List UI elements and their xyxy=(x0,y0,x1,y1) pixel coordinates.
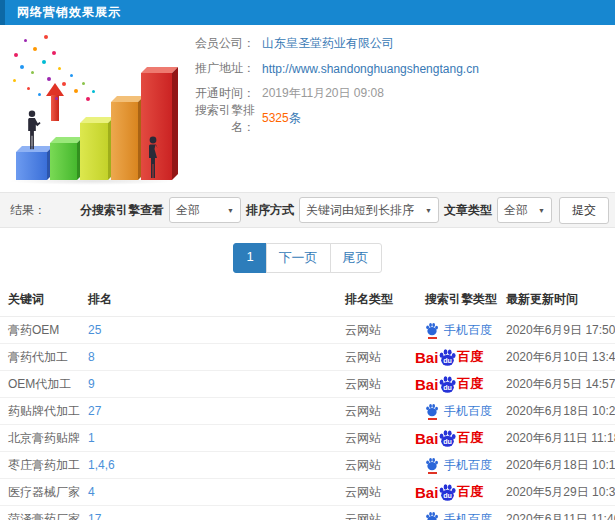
rank-cell: 9 xyxy=(80,371,337,398)
growth-chart-illustration xyxy=(0,27,185,185)
rank-type-cell: 云网站 xyxy=(337,317,417,344)
page-current[interactable]: 1 xyxy=(233,243,266,273)
title-bar: 网络营销效果展示 xyxy=(0,0,615,25)
rank-type-cell: 云网站 xyxy=(337,479,417,506)
confetti-dot xyxy=(38,93,41,96)
baidu-paw-icon xyxy=(425,457,439,471)
baidu-logo-text: Bai xyxy=(415,349,438,366)
confetti-dot xyxy=(24,39,27,42)
mobile-baidu-logo: 手机百度 xyxy=(425,322,492,339)
baidu-paw-icon xyxy=(425,403,439,417)
keyword-cell: 药贴牌代加工 xyxy=(0,398,80,425)
rank-link[interactable]: 17 xyxy=(88,512,101,520)
rank-cell: 1 xyxy=(80,425,337,452)
page-last-button[interactable]: 尾页 xyxy=(330,243,382,273)
table-row: 医疗器械厂家4云网站 Bai du 百度 2020年5月29日 10:32 xyxy=(0,479,615,506)
rank-cell: 4 xyxy=(80,479,337,506)
rank-type-cell: 云网站 xyxy=(337,371,417,398)
mobile-baidu-logo: 手机百度 xyxy=(425,403,492,420)
keyword-cell: 北京膏药贴牌 xyxy=(0,425,80,452)
svg-text:du: du xyxy=(444,356,453,364)
baidu-logo-text: Bai xyxy=(415,430,438,447)
rank-link[interactable]: 1,4,6 xyxy=(88,458,115,472)
keyword-cell: 膏药OEM xyxy=(0,317,80,344)
rank-type-cell: 云网站 xyxy=(337,452,417,479)
promo-url-link[interactable]: http://www.shandonghuangshengtang.cn xyxy=(262,62,479,76)
mobile-baidu-label: 手机百度 xyxy=(444,322,492,339)
baidu-underline xyxy=(428,418,437,420)
confetti-dot xyxy=(55,97,58,100)
businessman-right-icon xyxy=(142,136,164,180)
table-row: 药贴牌代加工27云网站 手机百度 2020年6月18日 10:25 xyxy=(0,398,615,425)
engine-filter-label: 分搜索引擎查看 xyxy=(80,202,164,219)
rank-link[interactable]: 8 xyxy=(88,350,95,364)
baidu-pc-logo: Bai du 百度 xyxy=(415,375,483,394)
chart-bar-green xyxy=(50,143,77,180)
businessman-left-icon xyxy=(21,110,43,152)
title-bar-accent xyxy=(0,0,5,25)
company-link[interactable]: 山东皇圣堂药业有限公司 xyxy=(262,35,394,52)
confetti-dot xyxy=(47,77,51,81)
updated-cell: 2020年6月18日 10:19 xyxy=(498,452,615,479)
rank-link[interactable]: 1 xyxy=(88,431,95,445)
baidu-paw-icon xyxy=(425,511,439,520)
table-row: 枣庄膏药加工1,4,6云网站 手机百度 2020年6月18日 10:19 xyxy=(0,452,615,479)
rank-link[interactable]: 27 xyxy=(88,404,101,418)
rank-link[interactable]: 9 xyxy=(88,377,95,391)
mobile-baidu-label: 手机百度 xyxy=(444,511,492,520)
confetti-dot xyxy=(27,87,30,90)
rank-count-unit[interactable]: 条 xyxy=(289,111,301,125)
baidu-paw-icon xyxy=(425,322,439,336)
rank-type-cell: 云网站 xyxy=(337,398,417,425)
rank-cell: 8 xyxy=(80,344,337,371)
rank-link[interactable]: 4 xyxy=(88,485,95,499)
svg-text:du: du xyxy=(444,437,453,445)
submit-button[interactable]: 提交 xyxy=(559,197,609,224)
chevron-down-icon: ▼ xyxy=(425,207,432,214)
baidu-logo-hanzi: 百度 xyxy=(457,483,483,501)
info-row-url: 推广地址： http://www.shandonghuangshengtang.… xyxy=(183,56,615,81)
rank-type-cell: 云网站 xyxy=(337,425,417,452)
sort-select[interactable]: 关键词由短到长排序 ▼ xyxy=(299,197,439,223)
rank-type-cell: 云网站 xyxy=(337,506,417,520)
baidu-logo-text: Bai xyxy=(415,484,438,501)
confetti-dot xyxy=(82,82,85,85)
col-rank-type: 排名类型 xyxy=(337,283,417,317)
pagination: 1 下一页 尾页 xyxy=(0,243,615,273)
table-row: 北京膏药贴牌1云网站 Bai du 百度 2020年6月11日 11:18 xyxy=(0,425,615,452)
chevron-down-icon: ▼ xyxy=(538,207,545,214)
keyword-cell: OEM代加工 xyxy=(0,371,80,398)
rank-count-value: 5325条 xyxy=(262,110,301,127)
confetti-dot xyxy=(13,79,16,82)
col-updated: 最新更新时间 xyxy=(498,283,615,317)
article-type-select[interactable]: 全部 ▼ xyxy=(497,197,552,223)
keyword-cell: 医疗器械厂家 xyxy=(0,479,80,506)
updated-cell: 2020年5月29日 10:32 xyxy=(498,479,615,506)
rank-link[interactable]: 25 xyxy=(88,323,101,337)
rank-type-cell: 云网站 xyxy=(337,344,417,371)
engine-select[interactable]: 全部 ▼ xyxy=(169,197,241,223)
engine-cell: Bai du 百度 xyxy=(417,371,498,398)
col-keyword: 关键词 xyxy=(0,283,80,317)
baidu-pc-logo: Bai du 百度 xyxy=(415,483,483,502)
updated-cell: 2020年6月10日 13:40 xyxy=(498,344,615,371)
table-row: 膏药OEM25云网站 手机百度 2020年6月9日 17:50 xyxy=(0,317,615,344)
baidu-underline xyxy=(428,337,437,339)
open-time-value: 2019年11月20日 09:08 xyxy=(262,85,384,102)
confetti-dot xyxy=(58,67,61,70)
confetti-dot xyxy=(14,53,18,57)
rank-cell: 17 xyxy=(80,506,337,520)
confetti-dot xyxy=(31,71,34,74)
keyword-cell: 菏泽膏药厂家 xyxy=(0,506,80,520)
updated-cell: 2020年6月11日 11:40 xyxy=(498,506,615,520)
page-next-button[interactable]: 下一页 xyxy=(266,243,331,273)
table-row: 菏泽膏药厂家17云网站 手机百度 2020年6月11日 11:40 xyxy=(0,506,615,520)
confetti-dot xyxy=(74,89,78,93)
baidu-paw-icon: du xyxy=(438,348,457,367)
baidu-pc-logo: Bai du 百度 xyxy=(415,348,483,367)
info-row-company: 会员公司： 山东皇圣堂药业有限公司 xyxy=(183,31,615,56)
baidu-paw-icon: du xyxy=(438,483,457,502)
rank-count-label: 搜索引擎排名： xyxy=(183,102,255,136)
engine-cell: Bai du 百度 xyxy=(417,425,498,452)
results-table: 关键词 排名 排名类型 搜索引擎类型 最新更新时间 膏药OEM25云网站 手机百… xyxy=(0,283,615,520)
